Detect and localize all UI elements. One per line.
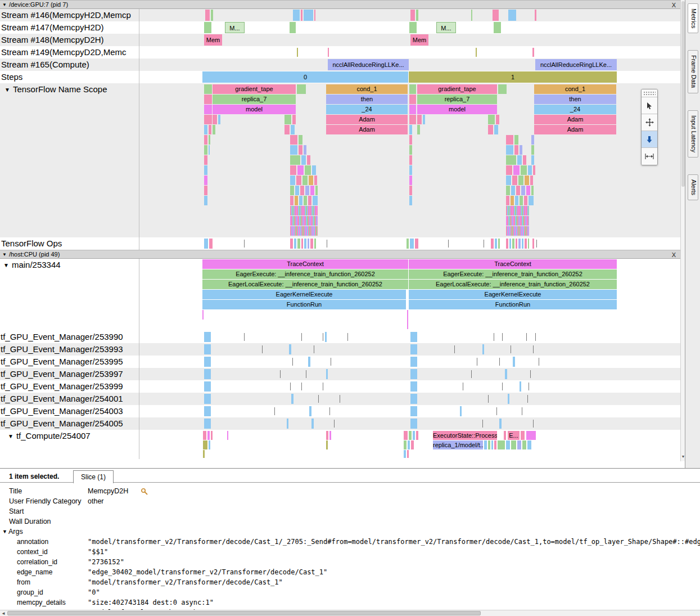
trace-slice[interactable] <box>305 186 309 195</box>
trace-tick[interactable] <box>496 407 497 415</box>
trace-slice[interactable] <box>290 155 300 165</box>
trace-slice[interactable] <box>204 22 211 33</box>
trace-slice[interactable] <box>525 239 527 249</box>
trace-slice[interactable] <box>209 135 210 145</box>
side-tab-input-latency[interactable]: Input Latency <box>688 110 698 158</box>
trace-slice[interactable] <box>482 344 484 354</box>
trace-slice[interactable] <box>290 176 295 185</box>
trace-slice[interactable] <box>517 440 521 449</box>
trace-tick[interactable] <box>274 407 275 415</box>
trace-slice[interactable] <box>496 115 499 124</box>
trace-slice[interactable]: EagerLocalExecute: __inference_train_fun… <box>409 280 617 289</box>
trace-tick[interactable] <box>535 333 536 341</box>
trace-slice[interactable] <box>204 344 211 354</box>
trace-slice[interactable] <box>506 155 516 165</box>
trace-slice[interactable]: _24 <box>534 105 616 114</box>
trace-tick[interactable] <box>448 240 449 248</box>
trace-slice[interactable]: 0 <box>202 71 408 83</box>
trace-slice[interactable]: Mem <box>204 34 222 46</box>
trace-slice[interactable] <box>528 165 532 175</box>
trace-slice[interactable]: M... <box>225 22 245 33</box>
trace-slice[interactable]: Adam <box>326 125 408 134</box>
trace-slice[interactable] <box>203 450 205 458</box>
trace-slice[interactable] <box>409 431 412 440</box>
trace-slice[interactable] <box>290 186 294 195</box>
trace-slice[interactable]: replica_7 <box>213 95 296 104</box>
trace-tick[interactable] <box>488 395 489 403</box>
trace-slice[interactable] <box>408 440 410 449</box>
trace-slice[interactable]: Adam <box>534 125 616 134</box>
trace-slice[interactable] <box>409 22 417 33</box>
trace-slice[interactable] <box>506 440 510 449</box>
trace-tick[interactable] <box>530 370 531 378</box>
trace-slice[interactable]: M... <box>436 22 456 33</box>
trace-slice[interactable] <box>314 239 316 249</box>
trace-slice[interactable]: gradient_tape <box>213 84 296 94</box>
trace-slice[interactable] <box>528 239 529 249</box>
trace-slice[interactable] <box>521 431 525 440</box>
trace-slice[interactable] <box>533 165 535 175</box>
trace-slice[interactable]: replica_1/model/t... <box>433 440 483 449</box>
trace-slice[interactable] <box>417 125 420 134</box>
trace-slice[interactable] <box>227 431 228 440</box>
trace-slice[interactable] <box>310 186 314 195</box>
trace-slice[interactable] <box>326 369 328 379</box>
trace-slice[interactable] <box>204 394 211 404</box>
trace-slice[interactable] <box>209 440 210 449</box>
trace-slice[interactable]: then <box>326 95 408 104</box>
trace-slice[interactable] <box>308 239 309 249</box>
trace-slice[interactable] <box>493 10 499 21</box>
trace-slice[interactable] <box>488 115 495 124</box>
trace-slice[interactable] <box>491 239 494 249</box>
trace-slice[interactable] <box>291 394 293 404</box>
trace-slice[interactable] <box>299 145 302 155</box>
trace-slice[interactable] <box>209 125 211 134</box>
trace-slice[interactable] <box>409 115 416 124</box>
trace-slice[interactable] <box>409 155 412 165</box>
pan-tool-button[interactable] <box>642 114 657 131</box>
trace-slice[interactable] <box>304 145 306 155</box>
trace-slice[interactable] <box>410 406 417 416</box>
trace-slice[interactable] <box>518 176 523 185</box>
trace-tick[interactable] <box>280 370 281 378</box>
trace-slice[interactable] <box>409 176 412 185</box>
trace-slice[interactable] <box>499 419 502 429</box>
trace-tick[interactable] <box>340 395 340 403</box>
trace-slice[interactable]: TraceContext <box>202 259 408 269</box>
trace-slice[interactable] <box>328 48 329 57</box>
vertical-scrollbar[interactable]: ▼ <box>680 0 685 461</box>
trace-slice[interactable] <box>498 84 507 94</box>
trace-slice[interactable]: then <box>534 95 616 104</box>
trace-slice[interactable] <box>495 239 497 249</box>
trace-slice[interactable]: replica_7 <box>417 95 497 104</box>
close-button[interactable]: X <box>672 1 676 9</box>
trace-slice[interactable] <box>305 165 311 175</box>
trace-slice[interactable]: ExecutorState::Process <box>433 431 497 440</box>
trace-tick[interactable] <box>484 240 484 248</box>
trace-slice[interactable] <box>204 115 212 124</box>
trace-slice[interactable] <box>506 196 509 205</box>
trace-tick[interactable] <box>323 383 323 390</box>
trace-slice[interactable]: gradient_tape <box>417 84 497 94</box>
trace-slice[interactable] <box>287 419 288 429</box>
trace-slice[interactable] <box>290 145 297 155</box>
trace-slice[interactable] <box>531 155 534 165</box>
trace-slice[interactable] <box>301 10 302 21</box>
trace-slice[interactable] <box>300 186 304 195</box>
side-tab-frame-data[interactable]: Frame Data <box>688 50 698 93</box>
trace-slice[interactable] <box>299 196 302 205</box>
trace-tick[interactable] <box>318 395 319 403</box>
trace-slice[interactable] <box>520 196 523 205</box>
trace-slice[interactable] <box>205 10 210 21</box>
collapse-arrow-icon[interactable]: ▼ <box>2 252 7 257</box>
trace-slice[interactable] <box>290 135 297 145</box>
trace-slice[interactable] <box>289 344 291 354</box>
trace-slice[interactable] <box>202 310 204 320</box>
trace-slice[interactable] <box>218 115 220 124</box>
trace-slice[interactable] <box>204 135 207 145</box>
trace-slice[interactable] <box>526 431 536 440</box>
trace-slice[interactable] <box>204 369 211 379</box>
trace-slice[interactable] <box>315 186 318 195</box>
trace-slice[interactable] <box>284 115 291 124</box>
trace-slice[interactable] <box>284 125 290 134</box>
